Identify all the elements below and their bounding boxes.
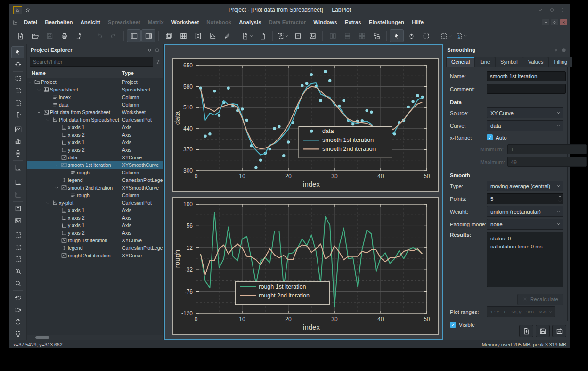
tree-item-plot-data-from-spreadsheet[interactable]: Plot data from SpreadsheetCartesianPlot	[27, 116, 163, 124]
close-panel-icon[interactable]	[561, 48, 566, 53]
cartesian-plot-2[interactable]: 01020304050-120-76-321256100indexroughro…	[172, 197, 439, 335]
add-boxplot-button[interactable]	[11, 148, 24, 160]
tree-item-y-axis-2[interactable]: y axis 2Axis	[27, 146, 163, 154]
horizontal-scrollbar[interactable]	[27, 335, 163, 340]
shift-down-y-button[interactable]	[11, 328, 24, 340]
zoom-mode-button[interactable]	[276, 29, 290, 42]
zoom-x-select-button[interactable]	[11, 85, 24, 97]
comment-field[interactable]	[487, 84, 566, 94]
tree-item-smooth-1st-iteration[interactable]: smooth 1st iterationXYSmoothCurve	[27, 161, 163, 169]
tree-item-xy-plot[interactable]: xy-plotCartesianPlot	[27, 199, 163, 206]
zoom-out-button[interactable]	[11, 277, 24, 289]
zoom-select-mode-button[interactable]	[419, 29, 433, 42]
scrollbar-thumb[interactable]	[35, 336, 49, 339]
tree-item-x-axis-1[interactable]: x axis 1Axis	[27, 124, 163, 131]
navigate-mode-button[interactable]	[404, 29, 418, 42]
menu-hilfe[interactable]: Hilfe	[408, 18, 427, 26]
type-dropdown[interactable]: moving average (central)	[487, 181, 564, 191]
weight-dropdown[interactable]: uniform (rectangular)	[487, 206, 564, 217]
worksheet-view[interactable]: 01020304050300370440510580650indexdatada…	[164, 44, 443, 340]
tree-item-y-axis-1[interactable]: y axis 1Axis	[27, 222, 163, 229]
crosshair-cursor-button[interactable]	[11, 58, 24, 71]
toggle-properties-button[interactable]	[141, 29, 155, 42]
add-y-axis-button[interactable]	[11, 188, 24, 200]
add-image-button[interactable]	[11, 214, 24, 227]
tree-item-plot-data-from-spreadsheet[interactable]: Plot data from SpreadsheetWorksheet	[27, 108, 163, 116]
shift-right-x-button[interactable]	[11, 304, 24, 316]
menu-extras[interactable]: Extras	[341, 18, 365, 26]
filter-icon[interactable]	[155, 59, 161, 65]
tab-symbol[interactable]: Symbol	[495, 57, 523, 67]
new-matrix-button[interactable]	[191, 29, 205, 42]
tab-filling[interactable]: Filling	[548, 57, 572, 67]
menu-analysis[interactable]: Analysis	[235, 18, 265, 26]
add-histogram-button[interactable]	[11, 135, 24, 148]
magnification-button[interactable]	[439, 29, 454, 42]
mdi-restore-button[interactable]	[551, 19, 558, 25]
toggle-project-explorer-button[interactable]	[127, 29, 141, 42]
new-plot-button[interactable]	[205, 29, 220, 42]
plot1-canvas[interactable]: 01020304050300370440510580650indexdatada…	[173, 59, 436, 190]
menu-einstellungen[interactable]: Einstellungen	[365, 18, 408, 26]
add-axis-button[interactable]	[11, 162, 24, 174]
menu-bearbeiten[interactable]: Bearbeiten	[41, 18, 76, 26]
cursor-button[interactable]	[11, 109, 24, 121]
add-x-axis-button[interactable]	[11, 176, 24, 189]
mdi-minimize-button[interactable]	[542, 19, 549, 25]
new-datapicker-button[interactable]	[220, 29, 234, 42]
add-text-frame-button[interactable]	[291, 29, 305, 42]
name-field[interactable]	[487, 71, 566, 81]
add-xy-curve-button[interactable]	[11, 123, 24, 135]
minimize-button[interactable]	[538, 8, 543, 13]
zoom-y-select-button[interactable]	[11, 97, 24, 109]
cartesian-plot-range-button[interactable]: 1	[454, 29, 469, 42]
plot2-canvas[interactable]: 01020304050-120-76-321256100indexroughro…	[173, 198, 436, 332]
points-spinner[interactable]: 5	[487, 193, 564, 204]
tree-item-index[interactable]: indexColumn	[27, 93, 163, 101]
source-dropdown[interactable]: XY-Curve	[487, 107, 564, 118]
shift-up-y-button[interactable]	[11, 316, 24, 328]
cartesian-plot-1[interactable]: 01020304050300370440510580650indexdatada…	[172, 58, 439, 192]
tree-item-rough-1st-iteration[interactable]: rough 1st iterationXYCurve	[27, 237, 163, 244]
zoom-in-button[interactable]	[11, 265, 24, 278]
auto-scale-x-button[interactable]	[11, 241, 24, 254]
tab-general[interactable]: General	[446, 57, 475, 67]
new-folder-button[interactable]	[255, 29, 270, 42]
tree-item-project[interactable]: ProjectProject	[27, 78, 163, 86]
tab-line[interactable]: Line	[475, 57, 495, 67]
tree-item-y-axis-1[interactable]: y axis 1Axis	[27, 139, 163, 146]
new-worksheet-button[interactable]	[240, 29, 255, 42]
tree-item-smooth-2nd-iteration[interactable]: smooth 2nd iterationXYSmoothCurve	[27, 184, 163, 191]
menu-ansicht[interactable]: Ansicht	[77, 18, 104, 26]
open-project-button[interactable]	[28, 29, 42, 42]
tree-item-x-axis-1[interactable]: x axis 1Axis	[27, 206, 163, 214]
tree-item-legend[interactable]: legendCartesianPlotLegend	[27, 176, 163, 184]
menu-worksheet[interactable]: Worksheet	[168, 18, 203, 26]
add-text-label-button[interactable]	[11, 203, 24, 215]
float-panel-icon[interactable]	[147, 48, 152, 52]
new-project-button[interactable]	[13, 29, 27, 42]
shift-left-x-button[interactable]	[11, 292, 24, 304]
auto-scale-y-button[interactable]	[11, 253, 24, 265]
visible-checkbox[interactable]	[450, 322, 456, 328]
maximize-button[interactable]	[549, 8, 555, 13]
auto-scale-button[interactable]	[11, 229, 24, 241]
add-image-button[interactable]	[305, 29, 319, 42]
menu-datei[interactable]: Datei	[20, 18, 41, 26]
tree-item-rough[interactable]: roughColumn	[27, 191, 163, 199]
tree-column-headers[interactable]: Name Type	[27, 68, 163, 78]
curve-dropdown[interactable]: data	[487, 120, 564, 131]
search-input[interactable]	[30, 57, 153, 67]
tree-item-spreadsheet[interactable]: SpreadsheetSpreadsheet	[27, 86, 163, 93]
tree-item-rough[interactable]: roughColumn	[27, 169, 163, 176]
zoom-select-button[interactable]	[11, 73, 24, 85]
close-panel-icon[interactable]	[155, 48, 160, 53]
tree-item-legend[interactable]: legendCartesianPlotLegend	[27, 244, 163, 252]
mdi-close-button[interactable]	[560, 19, 567, 25]
print-button[interactable]	[57, 29, 71, 42]
auto-checkbox[interactable]	[487, 134, 493, 140]
padding-mode-dropdown[interactable]: none	[487, 219, 564, 230]
tree-item-x-axis-2[interactable]: x axis 2Axis	[27, 131, 163, 139]
select-mode-button[interactable]	[390, 29, 404, 42]
select-button[interactable]	[11, 46, 24, 58]
